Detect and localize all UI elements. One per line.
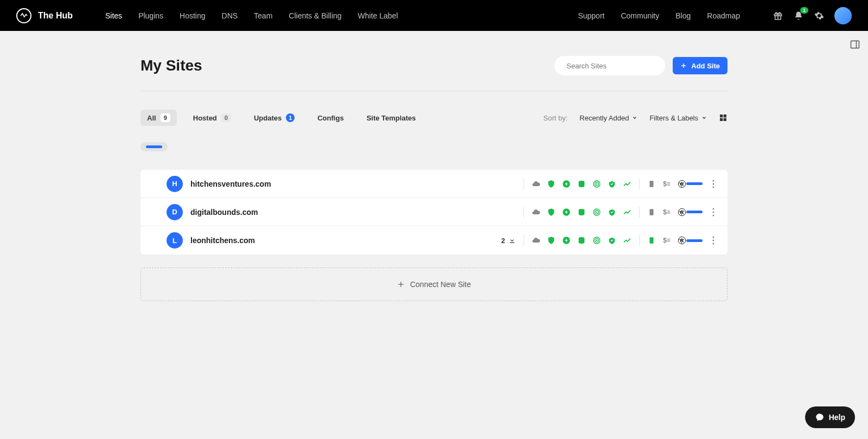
tab-configs[interactable]: Configs <box>311 110 350 126</box>
extra-icons: $≡ <box>647 208 686 217</box>
nav-support[interactable]: Support <box>578 11 604 20</box>
label-chip[interactable] <box>141 142 168 151</box>
security-icon[interactable] <box>547 180 556 188</box>
performance-icon[interactable] <box>562 208 571 217</box>
more-menu-button[interactable] <box>710 177 717 190</box>
svg-rect-8 <box>720 114 723 117</box>
uptime-icon[interactable] <box>592 208 601 217</box>
sort-label: Sort by: <box>544 114 568 122</box>
help-button[interactable]: Help <box>805 406 855 428</box>
nav-dns[interactable]: DNS <box>222 11 238 20</box>
seo-icon[interactable] <box>577 208 586 217</box>
billing-icon[interactable]: $≡ <box>662 208 671 217</box>
uptime-icon[interactable] <box>592 180 601 188</box>
status-bar[interactable] <box>686 211 703 213</box>
title-row: My Sites Add Site <box>141 56 727 75</box>
search-input[interactable] <box>566 62 658 70</box>
security-icon[interactable] <box>547 236 556 245</box>
nav-clients[interactable]: Clients & Billing <box>289 11 341 20</box>
filters-label: Filters & Labels <box>649 114 698 122</box>
tab-updates[interactable]: Updates 1 <box>247 110 301 126</box>
connect-new-site-button[interactable]: Connect New Site <box>141 268 727 301</box>
svg-rect-10 <box>720 118 723 121</box>
add-site-button[interactable]: Add Site <box>673 57 727 74</box>
more-menu-button[interactable] <box>710 206 717 219</box>
tab-all-label: All <box>147 114 156 122</box>
search-box[interactable] <box>554 56 665 75</box>
site-name[interactable]: hitchensventures.com <box>190 180 342 188</box>
svg-rect-9 <box>724 114 726 117</box>
user-avatar[interactable] <box>834 7 852 24</box>
site-avatar: L <box>167 232 183 249</box>
wordpress-icon[interactable] <box>678 180 686 188</box>
wordpress-icon[interactable] <box>678 236 686 245</box>
brand[interactable]: The Hub <box>16 8 73 23</box>
billing-icon[interactable]: $≡ <box>662 180 671 188</box>
filters-dropdown[interactable]: Filters & Labels <box>649 114 707 122</box>
site-name[interactable]: leonhitchens.com <box>190 236 342 245</box>
gear-icon[interactable] <box>814 10 825 21</box>
analytics-icon[interactable] <box>623 236 631 245</box>
grid-view-toggle[interactable] <box>719 113 727 122</box>
analytics-icon[interactable] <box>623 208 631 217</box>
svg-point-16 <box>596 183 597 184</box>
performance-icon[interactable] <box>562 180 571 188</box>
site-row[interactable]: L leonhitchens.com 2 $≡ <box>141 226 727 255</box>
brand-name: The Hub <box>38 11 73 21</box>
svg-point-19 <box>713 180 714 181</box>
svg-rect-37 <box>650 237 654 244</box>
cloud-icon[interactable] <box>532 236 540 245</box>
nav-hosting[interactable]: Hosting <box>180 11 205 20</box>
nav-plugins[interactable]: Plugins <box>138 11 163 20</box>
panel-toggle-icon[interactable] <box>850 39 860 50</box>
filter-row: All 9 Hosted 0 Updates 1 Configs Site Te… <box>141 110 727 126</box>
performance-icon[interactable] <box>562 236 571 245</box>
nav-roadmap[interactable]: Roadmap <box>707 11 740 20</box>
cloud-icon[interactable] <box>532 180 540 188</box>
nav-team[interactable]: Team <box>254 11 272 20</box>
nav-whitelabel[interactable]: White Label <box>358 11 398 20</box>
device-icon[interactable] <box>647 208 656 217</box>
nav-community[interactable]: Community <box>621 11 659 20</box>
site-name[interactable]: digitalbounds.com <box>190 208 342 217</box>
seo-icon[interactable] <box>577 180 586 188</box>
svg-point-41 <box>713 243 714 245</box>
svg-point-26 <box>596 212 597 212</box>
tab-all-count: 9 <box>161 113 170 122</box>
bell-icon[interactable]: 1 <box>793 10 804 21</box>
site-row[interactable]: H hitchensventures.com $≡ <box>141 170 727 198</box>
site-avatar: H <box>167 176 183 192</box>
status-bar[interactable] <box>686 182 703 185</box>
backup-icon[interactable] <box>608 180 616 188</box>
nav-blog[interactable]: Blog <box>675 11 691 20</box>
nav-sites[interactable]: Sites <box>105 11 122 20</box>
service-icons <box>532 208 631 217</box>
more-menu-button[interactable] <box>710 234 717 247</box>
device-icon[interactable] <box>647 180 656 188</box>
status-bar[interactable] <box>686 239 703 242</box>
svg-rect-2 <box>851 41 859 48</box>
tab-configs-label: Configs <box>317 114 343 122</box>
wordpress-icon[interactable] <box>678 208 686 217</box>
chevron-down-icon <box>632 115 637 120</box>
tab-templates[interactable]: Site Templates <box>360 110 423 126</box>
device-icon[interactable] <box>647 236 656 245</box>
cloud-icon[interactable] <box>532 208 540 217</box>
billing-icon[interactable]: $≡ <box>662 236 671 245</box>
analytics-icon[interactable] <box>623 180 631 188</box>
svg-point-30 <box>713 211 714 213</box>
security-icon[interactable] <box>547 208 556 217</box>
backup-icon[interactable] <box>608 208 616 217</box>
seo-icon[interactable] <box>577 236 586 245</box>
sort-dropdown[interactable]: Recently Added <box>579 114 637 122</box>
row-end <box>686 234 717 247</box>
divider <box>524 235 524 246</box>
update-count[interactable]: 2 <box>490 237 516 245</box>
tab-all[interactable]: All 9 <box>141 110 177 126</box>
nav-main: Sites Plugins Hosting DNS Team Clients &… <box>105 11 578 20</box>
tab-hosted[interactable]: Hosted 0 <box>187 110 238 126</box>
site-row[interactable]: D digitalbounds.com $≡ <box>141 198 727 226</box>
backup-icon[interactable] <box>608 236 616 245</box>
uptime-icon[interactable] <box>592 236 601 245</box>
gift-icon[interactable] <box>773 10 783 21</box>
